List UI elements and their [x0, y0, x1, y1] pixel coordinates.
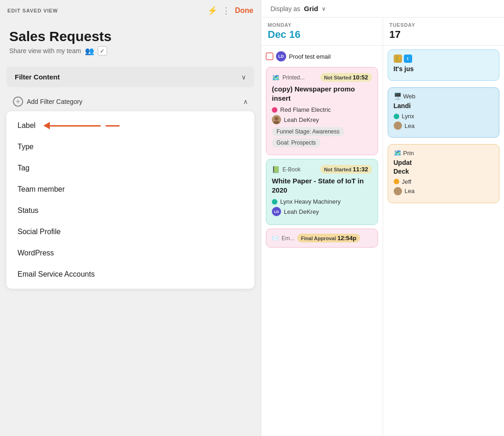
tuesday-card-1[interactable]: 🌾 t It's jus	[388, 49, 500, 81]
share-text: Share view with my team	[9, 47, 81, 54]
filter-item-team-member[interactable]: Team member	[6, 179, 254, 200]
tuesday-col-header: TUESDAY 17	[383, 18, 504, 45]
display-as-bar: Display as Grid ∨	[261, 0, 504, 18]
ebook-icon: 📗	[272, 166, 280, 173]
screen-icon: 🖥️	[394, 92, 402, 100]
tuesday-date: 17	[390, 29, 498, 41]
badge-row: 🗺️ Prin	[394, 149, 494, 157]
final-approval-badge: Final Approval 12:54p	[297, 234, 360, 242]
newspaper-promo-card[interactable]: 🗺️ Printed... Not Started 10:52 (copy) N…	[266, 67, 378, 155]
proof-test-email-item[interactable]: LD Proof test email	[266, 49, 378, 63]
calendar-header: MONDAY Dec 16 TUESDAY 17	[261, 18, 504, 46]
assignee-avatar: LD	[272, 207, 281, 216]
svg-point-1	[273, 121, 280, 124]
badge-row: 🌾 t	[394, 54, 494, 63]
svg-point-0	[275, 117, 278, 121]
assignee-name: Lea	[405, 188, 415, 194]
card-title-partial: Landi	[394, 102, 494, 110]
display-as-value: Grid	[304, 5, 318, 12]
assignee-row: LD Leah DeKrey	[272, 207, 372, 216]
client-row: Jeff	[394, 178, 494, 185]
filter-content-label: Filter Content	[15, 73, 60, 81]
web-label: Web	[403, 93, 416, 100]
twitter-icon: t	[404, 54, 412, 63]
assignee-row: Leah DeKrey	[272, 115, 372, 124]
filter-item-status[interactable]: Status	[6, 200, 254, 221]
share-users-icon: 👥	[85, 47, 94, 55]
status-badge: Not Started 10:52	[320, 73, 372, 82]
card-title: White Paper - State of IoT in 2020	[272, 176, 372, 194]
card-type-label: E-Book	[282, 166, 300, 173]
map-icon: 🗺️	[394, 149, 402, 157]
left-panel: EDIT SAVED VIEW ⚡ ⋮ Done Sales Requests …	[0, 0, 261, 436]
add-filter-label[interactable]: Add Filter Category	[27, 98, 83, 105]
badge-row: 🖥️ Web	[394, 92, 494, 100]
client-name: Lynx	[402, 113, 414, 120]
white-paper-card[interactable]: 📗 E-Book Not Started 11:32 White Paper -…	[266, 159, 378, 225]
client-dot	[394, 114, 399, 119]
calendar-body: LD Proof test email 🗺️ Printed... Not St…	[261, 46, 504, 436]
item-title: Proof test email	[289, 53, 330, 60]
client-name: Red Flame Electric	[280, 106, 331, 113]
lightning-icon[interactable]: ⚡	[207, 6, 217, 16]
tuesday-body-col: 🌾 t It's jus 🖥️ Web Landi Lynx	[383, 46, 504, 436]
card-type-row: 📗 E-Book Not Started 11:32	[272, 165, 372, 174]
tuesday-card-3[interactable]: 🗺️ Prin UpdatDeck Jeff Lea	[388, 144, 500, 203]
display-chevron-icon[interactable]: ∨	[322, 6, 326, 12]
print-label: Prin	[403, 150, 414, 157]
assignee-avatar	[394, 121, 402, 130]
tags-row: Funnel Stage: Awareness Goal: Prospects	[272, 127, 372, 149]
assignee-row: Lea	[394, 187, 494, 195]
chevron-up-icon[interactable]: ∧	[243, 98, 248, 105]
add-filter-left: + Add Filter Category	[13, 97, 83, 107]
add-filter-row: + Add Filter Category ∧	[6, 92, 254, 111]
assignee-name: Leah DeKrey	[284, 208, 319, 215]
filter-content-bar[interactable]: Filter Content ∨	[6, 67, 254, 87]
filter-item-label[interactable]: Label	[6, 115, 254, 136]
done-button[interactable]: Done	[235, 6, 253, 15]
assignee-avatar	[394, 187, 402, 195]
client-row: Lynx	[394, 113, 494, 120]
status-badge: Not Started 11:32	[320, 165, 372, 174]
card-title: (copy) Newspaper promo insert	[272, 85, 372, 103]
chevron-down-icon: ∨	[241, 73, 246, 81]
wheat-icon: 🌾	[394, 54, 402, 63]
card-title-partial: It's jus	[394, 65, 494, 73]
monday-body-col: LD Proof test email 🗺️ Printed... Not St…	[261, 46, 383, 436]
filter-item-tag[interactable]: Tag	[6, 157, 254, 179]
email-type-label: Em...	[282, 235, 294, 242]
share-checkbox[interactable]	[98, 46, 107, 55]
card-title-partial: UpdatDeck	[394, 158, 494, 175]
monday-date: Dec 16	[268, 29, 376, 41]
assignee-name: Leah DeKrey	[284, 116, 319, 123]
filter-item-email-accounts[interactable]: Email Service Accounts	[6, 264, 254, 285]
filter-item-wordpress[interactable]: WordPress	[6, 242, 254, 264]
tuesday-label: TUESDAY	[390, 22, 498, 28]
avatar: LD	[276, 51, 286, 61]
share-row: Share view with my team 👥	[9, 46, 252, 55]
client-name: Jeff	[402, 178, 412, 185]
client-dot	[272, 199, 277, 205]
assignee-name: Lea	[405, 122, 415, 129]
filter-item-social-profile[interactable]: Social Profile	[6, 221, 254, 242]
filter-item-type[interactable]: Type	[6, 136, 254, 157]
page-title: Sales Requests	[9, 29, 252, 44]
email-final-approval-card[interactable]: ✉️ Em... Final Approval 12:54p	[266, 229, 378, 248]
monday-label: MONDAY	[268, 22, 376, 28]
edit-saved-view-title: EDIT SAVED VIEW	[7, 8, 203, 13]
add-filter-plus-icon[interactable]: +	[13, 97, 23, 107]
card-type-label: Printed...	[282, 74, 305, 81]
display-as-label: Display as	[270, 5, 300, 12]
card-type-row: 🗺️ Printed... Not Started 10:52	[272, 73, 372, 82]
right-panel: Display as Grid ∨ MONDAY Dec 16 TUESDAY …	[261, 0, 504, 436]
client-row: Red Flame Electric	[272, 106, 372, 113]
monday-col-header: MONDAY Dec 16	[261, 18, 383, 45]
client-row: Lynx Heavy Machinery	[272, 198, 372, 205]
item-checkbox[interactable]	[266, 53, 273, 60]
top-bar: EDIT SAVED VIEW ⚡ ⋮ Done	[0, 0, 261, 21]
more-options-icon[interactable]: ⋮	[222, 6, 230, 16]
printed-icon: 🗺️	[272, 74, 280, 81]
card-row: ✉️ Em... Final Approval 12:54p	[272, 234, 372, 242]
sales-section: Sales Requests Share view with my team 👥	[0, 21, 261, 60]
tuesday-card-2[interactable]: 🖥️ Web Landi Lynx Lea	[388, 87, 500, 138]
